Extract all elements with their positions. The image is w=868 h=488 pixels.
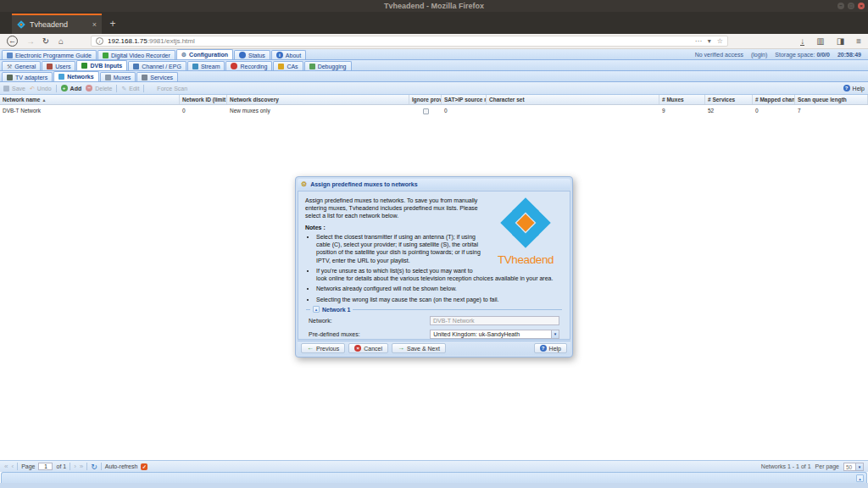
tab-dvr[interactable]: Digital Video Recorder bbox=[97, 50, 175, 59]
first-page-icon: « bbox=[4, 463, 8, 471]
back-icon[interactable]: ← bbox=[7, 36, 18, 47]
record-icon bbox=[231, 63, 237, 69]
tab-label: Services bbox=[150, 75, 173, 80]
tab-channel-epg[interactable]: Channel / EPG bbox=[128, 61, 186, 70]
note-item: Selecting the wrong list may cause the s… bbox=[316, 296, 563, 303]
column-network-id[interactable]: Network ID (limit ... bbox=[180, 95, 227, 104]
status-icon bbox=[239, 52, 246, 58]
tvheadend-favicon bbox=[17, 20, 25, 29]
network-fieldset: ▲ Network 1 Network: DVB-T Network Pre-d… bbox=[306, 309, 562, 339]
checkbox-icon[interactable] bbox=[423, 108, 429, 114]
tab-stream[interactable]: Stream bbox=[187, 61, 225, 70]
collapsed-south-panel: ▴ bbox=[1, 472, 867, 483]
tab-label: About bbox=[286, 53, 301, 58]
url-path: :9981/extjs.html bbox=[147, 37, 195, 45]
dialog-footer: ← Previous × Cancel → Save & Next ? Help bbox=[298, 341, 570, 355]
tab-configuration[interactable]: ⚙ Configuration bbox=[176, 49, 233, 59]
tab-services[interactable]: Services bbox=[136, 72, 178, 81]
column-ignore-provider[interactable]: Ignore provi... bbox=[409, 95, 442, 104]
tab-users[interactable]: Users bbox=[42, 61, 75, 70]
tab-networks[interactable]: Networks bbox=[53, 71, 99, 81]
cell-satip-source: 0 bbox=[442, 105, 487, 116]
close-icon[interactable]: × bbox=[858, 3, 865, 9]
expand-panel-icon[interactable]: ▴ bbox=[856, 474, 864, 482]
tab-label: Debugging bbox=[318, 64, 347, 69]
tab-label: CAs bbox=[287, 64, 298, 69]
column-character-set[interactable]: Character set bbox=[487, 95, 659, 104]
help-button[interactable]: ? Help bbox=[843, 85, 865, 92]
home-icon[interactable]: ⌂ bbox=[53, 36, 69, 46]
assign-muxes-dialog: ⚙ Assign predefined muxes to networks TV… bbox=[295, 176, 573, 358]
url-bar[interactable]: i 192.168.1.75:9981/extjs.html ⋯ ▾ ☆ bbox=[91, 36, 728, 47]
menu-icon[interactable]: ≡ bbox=[856, 36, 861, 46]
cell-network-discovery: New muxes only bbox=[227, 105, 409, 116]
dialog-help-button[interactable]: ? Help bbox=[534, 343, 567, 353]
library-icon[interactable]: ▥ bbox=[816, 36, 824, 46]
column-mapped-channels[interactable]: # Mapped channels bbox=[753, 95, 795, 104]
refresh-icon[interactable]: ↻ bbox=[91, 463, 97, 471]
page-label: Page bbox=[21, 463, 35, 469]
adapter-icon bbox=[7, 75, 13, 80]
tab-general[interactable]: ⚒ General bbox=[2, 61, 41, 70]
bottom-strip bbox=[0, 483, 868, 488]
login-link[interactable]: (login) bbox=[751, 52, 767, 58]
previous-button[interactable]: ← Previous bbox=[301, 343, 345, 353]
tab-epg[interactable]: Electronic Programme Guide bbox=[2, 50, 97, 59]
tab-about[interactable]: i About bbox=[271, 50, 306, 59]
autorefresh-checkbox[interactable]: ✓ bbox=[141, 463, 147, 470]
downloads-icon[interactable]: ↓ bbox=[800, 37, 804, 46]
cell-num-services: 52 bbox=[705, 105, 753, 116]
browser-tab-bar: Tvheadend × + bbox=[0, 12, 868, 34]
save-next-button[interactable]: → Save & Next bbox=[392, 343, 446, 353]
column-network-name[interactable]: Network name▲ bbox=[0, 95, 180, 104]
undo-icon: ↶ bbox=[30, 86, 35, 92]
collapse-icon[interactable]: ▲ bbox=[313, 306, 320, 313]
perpage-select[interactable]: 50 ▾ bbox=[843, 463, 864, 471]
logo-wordmark: TVheadend bbox=[488, 252, 563, 268]
pocket-icon[interactable]: ▾ bbox=[708, 37, 711, 45]
column-scan-queue[interactable]: Scan queue length bbox=[795, 95, 868, 104]
tab-tv-adapters[interactable]: TV adapters bbox=[2, 72, 53, 81]
mux-icon bbox=[105, 75, 111, 80]
cell-num-muxes: 9 bbox=[659, 105, 705, 116]
dvr-icon bbox=[103, 53, 108, 58]
bookmark-star-icon[interactable]: ☆ bbox=[717, 37, 723, 45]
window-title: Tvheadend - Mozilla Firefox bbox=[384, 2, 484, 10]
tab-close-icon[interactable]: × bbox=[92, 20, 97, 29]
tab-label: Digital Video Recorder bbox=[111, 53, 170, 58]
maximize-icon[interactable]: □ bbox=[848, 3, 854, 9]
reload-icon[interactable]: ↻ bbox=[38, 36, 53, 46]
cell-character-set bbox=[487, 105, 659, 116]
tab-cas[interactable]: CAs bbox=[273, 61, 303, 70]
tab-label: Stream bbox=[201, 64, 220, 69]
tab-dvb-inputs[interactable]: DVB Inputs bbox=[76, 60, 127, 70]
access-status: No verified access bbox=[695, 52, 743, 58]
add-button[interactable]: + Add bbox=[61, 85, 82, 92]
site-info-icon[interactable]: i bbox=[96, 37, 103, 45]
table-row[interactable]: DVB-T Network 0 New muxes only 0 9 52 0 … bbox=[0, 105, 868, 116]
browser-tab[interactable]: Tvheadend × bbox=[12, 14, 102, 34]
tab-status[interactable]: Status bbox=[234, 50, 270, 59]
page-input[interactable]: 1 bbox=[38, 463, 53, 470]
tab-debugging[interactable]: Debugging bbox=[304, 61, 352, 70]
tab-recording[interactable]: Recording bbox=[225, 61, 272, 70]
tab-label: General bbox=[14, 64, 36, 69]
column-network-discovery[interactable]: Network discovery bbox=[227, 95, 409, 104]
cancel-button[interactable]: × Cancel bbox=[348, 343, 388, 353]
minimize-icon[interactable]: − bbox=[837, 3, 844, 9]
epg-icon bbox=[7, 53, 13, 58]
column-num-muxes[interactable]: # Muxes bbox=[659, 95, 705, 104]
page-actions-icon[interactable]: ⋯ bbox=[695, 37, 702, 45]
network-field: DVB-T Network bbox=[430, 316, 559, 325]
column-num-services[interactable]: # Services bbox=[705, 95, 753, 104]
sidebar-icon[interactable]: ◨ bbox=[837, 36, 844, 46]
wrench-icon: ⚙ bbox=[181, 52, 186, 58]
dialog-titlebar[interactable]: ⚙ Assign predefined muxes to networks bbox=[298, 179, 570, 190]
cell-network-name: DVB-T Network bbox=[0, 105, 180, 116]
predefined-muxes-select[interactable]: United Kingdom: uk-SandyHeath ▾ bbox=[430, 330, 559, 339]
column-satip-source[interactable]: SAT>IP source n... bbox=[442, 95, 487, 104]
new-tab-button[interactable]: + bbox=[102, 14, 124, 34]
chevron-down-icon: ▾ bbox=[551, 330, 559, 338]
tools-icon: ⚒ bbox=[7, 64, 12, 69]
tab-muxes[interactable]: Muxes bbox=[100, 72, 136, 81]
